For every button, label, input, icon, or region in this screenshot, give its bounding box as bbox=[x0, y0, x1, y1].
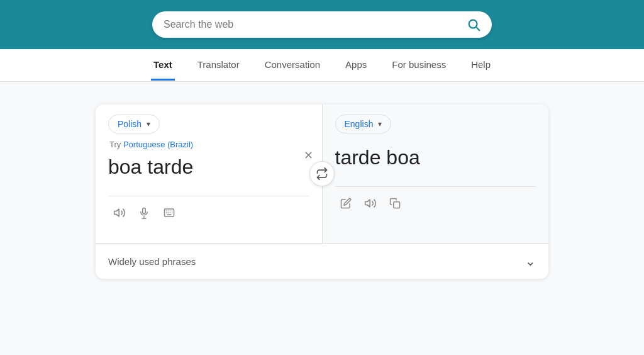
copy-icon bbox=[389, 197, 401, 210]
target-speaker-button[interactable] bbox=[362, 194, 379, 212]
target-panel: English ▾ tarde boa bbox=[323, 104, 549, 243]
source-panel: Polish ▾ Try Portuguese (Brazil) boa tar… bbox=[96, 104, 323, 243]
svg-marker-7 bbox=[365, 200, 370, 207]
nav-bar: Text Translator Conversation Apps For bu… bbox=[0, 49, 644, 82]
main-content: Polish ▾ Try Portuguese (Brazil) boa tar… bbox=[0, 82, 644, 301]
nav-item-apps[interactable]: Apps bbox=[343, 50, 369, 81]
suggestion-text: Try Portuguese (Brazil) bbox=[108, 140, 309, 149]
keyboard-button[interactable] bbox=[160, 205, 179, 221]
svg-marker-2 bbox=[114, 209, 119, 217]
mic-icon bbox=[138, 206, 150, 219]
nav-item-text[interactable]: Text bbox=[151, 50, 175, 81]
nav-item-for-business[interactable]: For business bbox=[389, 50, 448, 81]
nav-item-translator[interactable]: Translator bbox=[195, 50, 242, 81]
edit-translation-button[interactable] bbox=[338, 195, 354, 211]
source-lang-selector[interactable]: Polish ▾ bbox=[108, 115, 160, 133]
source-lang-chevron-icon: ▾ bbox=[147, 120, 150, 128]
svg-rect-3 bbox=[143, 208, 146, 213]
nav-item-help[interactable]: Help bbox=[469, 50, 493, 81]
search-button[interactable] bbox=[467, 18, 480, 31]
swap-icon bbox=[316, 167, 328, 180]
source-text: boa tarde bbox=[108, 154, 309, 181]
target-panel-actions bbox=[335, 186, 536, 221]
target-text: tarde boa bbox=[335, 145, 536, 171]
search-input[interactable] bbox=[164, 19, 467, 30]
phrases-chevron-icon: ⌄ bbox=[525, 254, 536, 269]
search-bar bbox=[152, 11, 492, 38]
swap-button[interactable] bbox=[309, 161, 335, 186]
source-lang-name: Polish bbox=[118, 119, 142, 129]
copy-button[interactable] bbox=[387, 194, 403, 212]
header bbox=[0, 0, 644, 49]
translation-panels: Polish ▾ Try Portuguese (Brazil) boa tar… bbox=[96, 104, 548, 243]
svg-rect-8 bbox=[393, 201, 399, 208]
translator-card: Polish ▾ Try Portuguese (Brazil) boa tar… bbox=[96, 104, 548, 279]
mic-button[interactable] bbox=[136, 204, 152, 222]
swap-container bbox=[309, 161, 335, 186]
suggestion-link[interactable]: Portuguese (Brazil) bbox=[123, 140, 193, 149]
search-icon bbox=[467, 18, 480, 31]
target-lang-name: English bbox=[345, 119, 374, 129]
phrases-section[interactable]: Widely used phrases ⌄ bbox=[96, 243, 548, 279]
keyboard-icon bbox=[162, 207, 176, 218]
source-speaker-button[interactable] bbox=[111, 204, 128, 222]
source-panel-actions bbox=[108, 196, 309, 230]
source-speaker-icon bbox=[113, 206, 126, 219]
target-speaker-icon bbox=[364, 197, 377, 210]
edit-icon bbox=[340, 198, 352, 209]
target-lang-chevron-icon: ▾ bbox=[378, 120, 382, 128]
target-lang-selector[interactable]: English ▾ bbox=[335, 115, 392, 133]
nav-item-conversation[interactable]: Conversation bbox=[262, 50, 323, 81]
phrases-label: Widely used phrases bbox=[108, 256, 196, 267]
clear-button[interactable]: ✕ bbox=[304, 150, 313, 161]
svg-line-1 bbox=[476, 27, 479, 30]
